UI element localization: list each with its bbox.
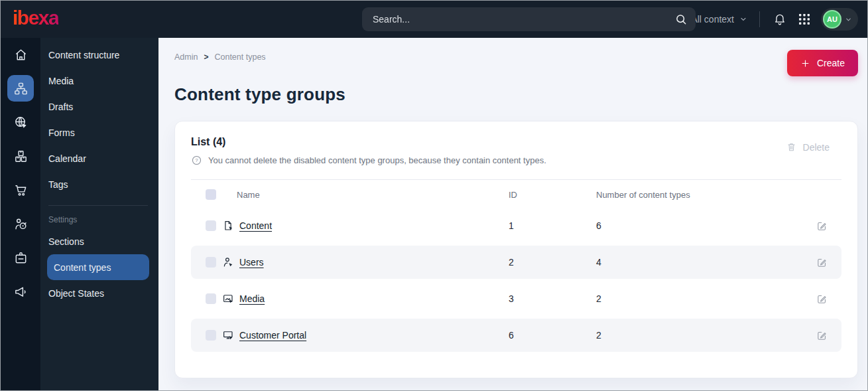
group-count: 6	[596, 220, 802, 231]
app-window: ibexa Site: All context	[0, 0, 868, 391]
sidebar-item-tags[interactable]: Tags	[43, 171, 149, 197]
edit-button[interactable]	[814, 255, 830, 270]
home-icon[interactable]	[7, 41, 34, 68]
badge-icon[interactable]	[7, 244, 34, 271]
content-type-groups-table: Name ID Number of content types	[191, 179, 841, 352]
user-icon	[222, 256, 234, 268]
list-title: List (4)	[191, 136, 546, 148]
avatar: AU	[823, 10, 841, 29]
site-globe-icon[interactable]	[7, 109, 34, 135]
help-circle-icon: ?	[191, 155, 202, 166]
commerce-boxes-icon[interactable]	[7, 143, 34, 169]
create-button-label: Create	[817, 58, 845, 68]
breadcrumb-separator: >	[204, 52, 208, 62]
sidebar-menu: Content structure Media Drafts Forms Cal…	[40, 38, 158, 390]
main-content: Admin > Content types Create Content typ…	[158, 38, 867, 390]
menu-divider	[48, 205, 148, 206]
trash-icon	[786, 141, 797, 153]
topbar: ibexa Site: All context	[1, 1, 867, 38]
breadcrumb: Admin > Content types	[174, 50, 266, 62]
list-info: ? You cannot delete the disabled content…	[191, 155, 546, 166]
content-tree-icon[interactable]	[7, 75, 34, 102]
column-header-id: ID	[509, 190, 596, 200]
user-menu[interactable]: AU	[821, 8, 858, 31]
global-search[interactable]	[362, 7, 696, 31]
group-link[interactable]: Content	[239, 220, 272, 231]
megaphone-icon[interactable]	[7, 278, 34, 305]
create-button[interactable]: Create	[787, 50, 858, 76]
edit-button[interactable]	[814, 218, 830, 234]
row-checkbox[interactable]	[206, 330, 216, 341]
row-checkbox[interactable]	[206, 220, 216, 231]
row-checkbox[interactable]	[206, 257, 216, 268]
search-input[interactable]	[373, 14, 674, 25]
select-all-checkbox[interactable]	[206, 189, 216, 200]
chevron-down-icon	[845, 16, 852, 23]
group-count: 4	[596, 257, 802, 268]
personalization-target-icon[interactable]	[7, 210, 34, 237]
cart-icon[interactable]	[7, 177, 34, 203]
breadcrumb-admin[interactable]: Admin	[174, 52, 198, 62]
group-id: 1	[509, 220, 596, 231]
settings-section-label: Settings	[40, 215, 158, 224]
sidebar-item-content-structure[interactable]: Content structure	[43, 42, 149, 68]
column-header-name: Name	[221, 190, 509, 200]
table-row: Users 2 4	[191, 246, 841, 279]
table-row: Content 1 6	[191, 209, 841, 242]
group-id: 2	[509, 257, 596, 268]
delete-button[interactable]: Delete	[786, 141, 830, 153]
document-icon	[222, 220, 234, 232]
icon-rail	[1, 38, 40, 390]
edit-button[interactable]	[814, 291, 830, 307]
edit-button[interactable]	[814, 328, 830, 343]
sidebar-item-media[interactable]: Media	[43, 68, 149, 94]
group-link[interactable]: Media	[239, 293, 265, 304]
group-id: 3	[509, 293, 596, 304]
notifications-bell-icon[interactable]	[772, 11, 788, 27]
group-link[interactable]: Users	[239, 257, 264, 268]
sidebar-item-forms[interactable]: Forms	[43, 119, 149, 145]
table-header: Name ID Number of content types	[191, 180, 841, 209]
row-checkbox[interactable]	[206, 293, 216, 304]
svg-text:?: ?	[195, 157, 198, 163]
page-title: Content type groups	[174, 84, 858, 105]
sidebar-item-content-types[interactable]: Content types	[47, 254, 149, 280]
table-row: Media 3 2	[191, 282, 841, 315]
group-link[interactable]: Customer Portal	[239, 330, 306, 341]
topbar-divider	[759, 11, 760, 27]
group-count: 2	[596, 330, 802, 341]
image-icon	[222, 293, 234, 305]
sidebar-item-drafts[interactable]: Drafts	[43, 94, 149, 119]
plus-icon	[800, 58, 810, 68]
group-count: 2	[596, 293, 802, 304]
sidebar-item-sections[interactable]: Sections	[43, 228, 149, 254]
delete-button-label: Delete	[803, 142, 830, 153]
app-grid-icon[interactable]	[797, 12, 812, 27]
ibexa-logo[interactable]: ibexa	[13, 8, 58, 31]
breadcrumb-content-types: Content types	[214, 52, 265, 62]
group-id: 6	[509, 330, 596, 341]
chevron-down-icon	[739, 15, 747, 23]
sidebar-item-object-states[interactable]: Object States	[43, 280, 149, 306]
search-icon	[674, 13, 688, 26]
column-header-count: Number of content types	[596, 190, 802, 200]
list-info-text: You cannot delete the disabled content t…	[208, 155, 546, 165]
monitor-icon	[222, 329, 234, 341]
sidebar-item-calendar[interactable]: Calendar	[43, 145, 149, 171]
table-row: Customer Portal 6 2	[191, 319, 841, 352]
content-type-groups-card: List (4) ? You cannot delete the disable…	[174, 121, 858, 378]
